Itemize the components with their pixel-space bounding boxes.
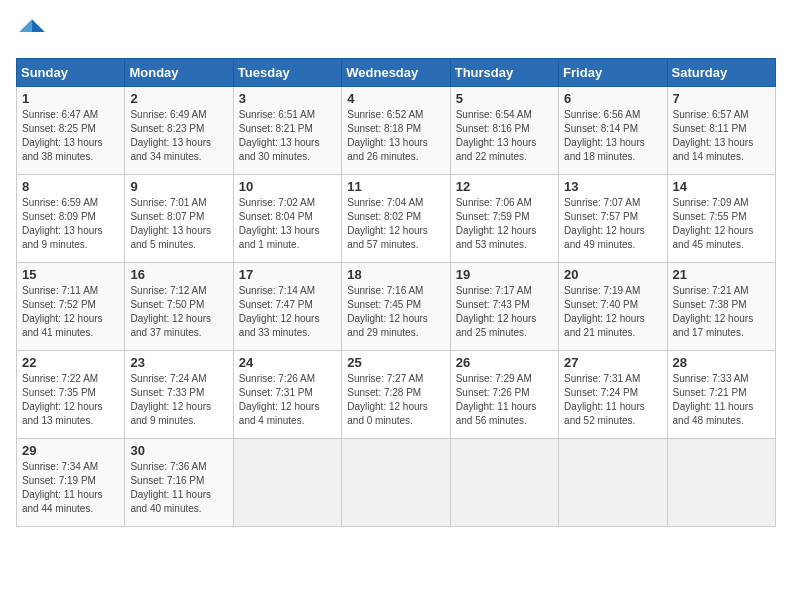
calendar-cell: 23Sunrise: 7:24 AMSunset: 7:33 PMDayligh…	[125, 351, 233, 439]
day-number: 25	[347, 355, 444, 370]
calendar-cell	[342, 439, 450, 527]
day-number: 7	[673, 91, 770, 106]
calendar-cell: 11Sunrise: 7:04 AMSunset: 8:02 PMDayligh…	[342, 175, 450, 263]
calendar-cell	[667, 439, 775, 527]
day-info: Sunrise: 7:07 AMSunset: 7:57 PMDaylight:…	[564, 197, 645, 250]
logo	[16, 16, 52, 48]
calendar-week-1: 1Sunrise: 6:47 AMSunset: 8:25 PMDaylight…	[17, 87, 776, 175]
calendar-cell: 4Sunrise: 6:52 AMSunset: 8:18 PMDaylight…	[342, 87, 450, 175]
day-number: 6	[564, 91, 661, 106]
day-number: 30	[130, 443, 227, 458]
day-info: Sunrise: 7:21 AMSunset: 7:38 PMDaylight:…	[673, 285, 754, 338]
calendar-cell: 20Sunrise: 7:19 AMSunset: 7:40 PMDayligh…	[559, 263, 667, 351]
day-number: 24	[239, 355, 336, 370]
calendar-cell: 26Sunrise: 7:29 AMSunset: 7:26 PMDayligh…	[450, 351, 558, 439]
calendar-cell: 21Sunrise: 7:21 AMSunset: 7:38 PMDayligh…	[667, 263, 775, 351]
day-info: Sunrise: 7:16 AMSunset: 7:45 PMDaylight:…	[347, 285, 428, 338]
day-info: Sunrise: 7:01 AMSunset: 8:07 PMDaylight:…	[130, 197, 211, 250]
calendar-week-3: 15Sunrise: 7:11 AMSunset: 7:52 PMDayligh…	[17, 263, 776, 351]
day-info: Sunrise: 7:26 AMSunset: 7:31 PMDaylight:…	[239, 373, 320, 426]
day-info: Sunrise: 7:33 AMSunset: 7:21 PMDaylight:…	[673, 373, 754, 426]
header-saturday: Saturday	[667, 59, 775, 87]
day-number: 27	[564, 355, 661, 370]
day-info: Sunrise: 7:31 AMSunset: 7:24 PMDaylight:…	[564, 373, 645, 426]
day-number: 2	[130, 91, 227, 106]
day-number: 9	[130, 179, 227, 194]
day-info: Sunrise: 7:12 AMSunset: 7:50 PMDaylight:…	[130, 285, 211, 338]
calendar-cell: 27Sunrise: 7:31 AMSunset: 7:24 PMDayligh…	[559, 351, 667, 439]
calendar-week-5: 29Sunrise: 7:34 AMSunset: 7:19 PMDayligh…	[17, 439, 776, 527]
day-info: Sunrise: 6:51 AMSunset: 8:21 PMDaylight:…	[239, 109, 320, 162]
day-number: 22	[22, 355, 119, 370]
calendar-cell: 29Sunrise: 7:34 AMSunset: 7:19 PMDayligh…	[17, 439, 125, 527]
calendar-cell: 30Sunrise: 7:36 AMSunset: 7:16 PMDayligh…	[125, 439, 233, 527]
day-number: 17	[239, 267, 336, 282]
day-info: Sunrise: 7:09 AMSunset: 7:55 PMDaylight:…	[673, 197, 754, 250]
day-number: 10	[239, 179, 336, 194]
day-number: 18	[347, 267, 444, 282]
day-number: 8	[22, 179, 119, 194]
day-info: Sunrise: 7:19 AMSunset: 7:40 PMDaylight:…	[564, 285, 645, 338]
day-number: 28	[673, 355, 770, 370]
calendar-cell: 2Sunrise: 6:49 AMSunset: 8:23 PMDaylight…	[125, 87, 233, 175]
day-info: Sunrise: 7:34 AMSunset: 7:19 PMDaylight:…	[22, 461, 103, 514]
day-info: Sunrise: 6:47 AMSunset: 8:25 PMDaylight:…	[22, 109, 103, 162]
header-wednesday: Wednesday	[342, 59, 450, 87]
calendar-cell: 5Sunrise: 6:54 AMSunset: 8:16 PMDaylight…	[450, 87, 558, 175]
calendar-cell	[450, 439, 558, 527]
calendar-cell: 9Sunrise: 7:01 AMSunset: 8:07 PMDaylight…	[125, 175, 233, 263]
calendar-header-row: SundayMondayTuesdayWednesdayThursdayFrid…	[17, 59, 776, 87]
header-friday: Friday	[559, 59, 667, 87]
day-info: Sunrise: 6:57 AMSunset: 8:11 PMDaylight:…	[673, 109, 754, 162]
day-number: 1	[22, 91, 119, 106]
calendar-cell: 13Sunrise: 7:07 AMSunset: 7:57 PMDayligh…	[559, 175, 667, 263]
calendar-cell	[233, 439, 341, 527]
day-number: 21	[673, 267, 770, 282]
day-info: Sunrise: 6:54 AMSunset: 8:16 PMDaylight:…	[456, 109, 537, 162]
day-number: 4	[347, 91, 444, 106]
day-number: 5	[456, 91, 553, 106]
calendar-cell: 3Sunrise: 6:51 AMSunset: 8:21 PMDaylight…	[233, 87, 341, 175]
calendar-cell: 1Sunrise: 6:47 AMSunset: 8:25 PMDaylight…	[17, 87, 125, 175]
day-info: Sunrise: 7:29 AMSunset: 7:26 PMDaylight:…	[456, 373, 537, 426]
svg-marker-1	[19, 19, 32, 32]
header-monday: Monday	[125, 59, 233, 87]
day-info: Sunrise: 7:06 AMSunset: 7:59 PMDaylight:…	[456, 197, 537, 250]
day-info: Sunrise: 6:52 AMSunset: 8:18 PMDaylight:…	[347, 109, 428, 162]
calendar-cell: 16Sunrise: 7:12 AMSunset: 7:50 PMDayligh…	[125, 263, 233, 351]
calendar-cell: 7Sunrise: 6:57 AMSunset: 8:11 PMDaylight…	[667, 87, 775, 175]
calendar-table: SundayMondayTuesdayWednesdayThursdayFrid…	[16, 58, 776, 527]
day-number: 3	[239, 91, 336, 106]
calendar-week-4: 22Sunrise: 7:22 AMSunset: 7:35 PMDayligh…	[17, 351, 776, 439]
page-header	[16, 16, 776, 48]
calendar-cell: 19Sunrise: 7:17 AMSunset: 7:43 PMDayligh…	[450, 263, 558, 351]
calendar-cell: 15Sunrise: 7:11 AMSunset: 7:52 PMDayligh…	[17, 263, 125, 351]
calendar-cell: 25Sunrise: 7:27 AMSunset: 7:28 PMDayligh…	[342, 351, 450, 439]
calendar-cell: 17Sunrise: 7:14 AMSunset: 7:47 PMDayligh…	[233, 263, 341, 351]
calendar-cell: 14Sunrise: 7:09 AMSunset: 7:55 PMDayligh…	[667, 175, 775, 263]
header-thursday: Thursday	[450, 59, 558, 87]
day-number: 19	[456, 267, 553, 282]
calendar-cell: 22Sunrise: 7:22 AMSunset: 7:35 PMDayligh…	[17, 351, 125, 439]
day-number: 16	[130, 267, 227, 282]
calendar-cell: 12Sunrise: 7:06 AMSunset: 7:59 PMDayligh…	[450, 175, 558, 263]
calendar-cell: 18Sunrise: 7:16 AMSunset: 7:45 PMDayligh…	[342, 263, 450, 351]
day-number: 29	[22, 443, 119, 458]
day-info: Sunrise: 6:49 AMSunset: 8:23 PMDaylight:…	[130, 109, 211, 162]
day-number: 20	[564, 267, 661, 282]
calendar-cell: 10Sunrise: 7:02 AMSunset: 8:04 PMDayligh…	[233, 175, 341, 263]
day-number: 11	[347, 179, 444, 194]
day-info: Sunrise: 7:02 AMSunset: 8:04 PMDaylight:…	[239, 197, 320, 250]
header-tuesday: Tuesday	[233, 59, 341, 87]
day-info: Sunrise: 7:27 AMSunset: 7:28 PMDaylight:…	[347, 373, 428, 426]
day-number: 13	[564, 179, 661, 194]
day-number: 15	[22, 267, 119, 282]
calendar-cell: 6Sunrise: 6:56 AMSunset: 8:14 PMDaylight…	[559, 87, 667, 175]
logo-icon	[16, 16, 48, 48]
calendar-cell: 24Sunrise: 7:26 AMSunset: 7:31 PMDayligh…	[233, 351, 341, 439]
calendar-week-2: 8Sunrise: 6:59 AMSunset: 8:09 PMDaylight…	[17, 175, 776, 263]
day-info: Sunrise: 7:24 AMSunset: 7:33 PMDaylight:…	[130, 373, 211, 426]
day-info: Sunrise: 7:14 AMSunset: 7:47 PMDaylight:…	[239, 285, 320, 338]
svg-marker-0	[32, 19, 45, 32]
calendar-cell: 28Sunrise: 7:33 AMSunset: 7:21 PMDayligh…	[667, 351, 775, 439]
